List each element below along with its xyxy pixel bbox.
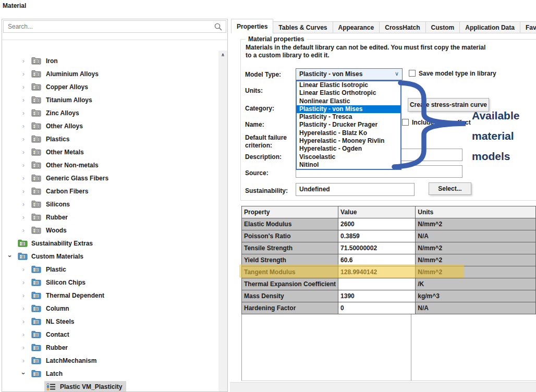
tree-item-latchmechanism[interactable]: ›LatchMechanism: [2, 354, 217, 367]
dropdown-option-nonlinear-elastic[interactable]: Nonlinear Elastic: [297, 97, 400, 105]
edit-notice-line1: Materials in the default library can not…: [246, 44, 506, 51]
chevron-expanded-icon[interactable]: ›: [4, 253, 17, 260]
tab-crosshatch[interactable]: CrossHatch: [380, 21, 425, 33]
chevron-collapsed-icon[interactable]: ›: [20, 132, 27, 145]
value-cell[interactable]: 0: [338, 302, 416, 314]
chevron-collapsed-icon[interactable]: ›: [20, 289, 27, 302]
tab-favorites[interactable]: Favorites: [520, 21, 536, 33]
chevron-collapsed-icon[interactable]: ›: [20, 80, 27, 93]
search-icon[interactable]: [214, 22, 223, 31]
chevron-collapsed-icon[interactable]: ›: [20, 198, 27, 211]
value-cell[interactable]: 0.3859: [338, 230, 416, 242]
chevron-collapsed-icon[interactable]: ›: [20, 276, 27, 289]
chevron-collapsed-icon[interactable]: ›: [20, 67, 27, 80]
dropdown-option-plasticity-tresca[interactable]: Plasticity - Tresca: [297, 113, 400, 121]
chevron-up-icon[interactable]: ∧: [218, 52, 227, 57]
folder-gray-icon: [31, 174, 41, 182]
tab-tables-curves[interactable]: Tables & Curves: [273, 21, 333, 33]
chevron-collapsed-icon[interactable]: ›: [20, 341, 27, 354]
dropdown-option-nitinol[interactable]: Nitinol: [297, 161, 400, 169]
tree-item-plastic-vm-plasticity[interactable]: Plastic VM_Plasticity: [2, 380, 217, 391]
table-row-mass-density: Mass Density1390kg/m^3: [242, 290, 536, 302]
tree-item-rubber[interactable]: ›Rubber: [2, 341, 217, 354]
chevron-collapsed-icon[interactable]: ›: [20, 106, 27, 119]
chevron-collapsed-icon[interactable]: ›: [20, 328, 27, 341]
chevron-collapsed-icon[interactable]: ›: [20, 224, 27, 237]
static-cell: Mass Density: [242, 290, 338, 302]
material-dialog: Material Search... ›Iron›Aluminium Alloy…: [0, 0, 536, 392]
tree-item-generic-glass-fibers[interactable]: ›Generic Glass Fibers: [2, 172, 217, 185]
tree-item-rubber[interactable]: ›Rubber: [2, 211, 217, 224]
tree-item-thermal-dependent[interactable]: ›Thermal Dependent: [2, 289, 217, 302]
chevron-collapsed-icon[interactable]: ›: [20, 54, 27, 67]
tree-item-custom-materials[interactable]: ›Custom Materials: [2, 250, 217, 263]
tab-application-data[interactable]: Application Data: [460, 21, 520, 33]
tree-item-sustainability-extras[interactable]: Sustainability Extras: [2, 237, 217, 250]
tree-item-label: Contact: [46, 331, 69, 338]
dropdown-option-hyperelastic-ogden[interactable]: Hyperelastic - Ogden: [297, 145, 400, 153]
tree-item-label: Plastics: [46, 136, 69, 143]
chevron-collapsed-icon[interactable]: ›: [20, 302, 27, 315]
dropdown-option-hyperelastic-blatz-ko[interactable]: Hyperelastic - Blatz Ko: [297, 129, 400, 137]
tree-item-iron[interactable]: ›Iron: [2, 54, 217, 67]
tab-properties[interactable]: Properties: [231, 19, 273, 33]
dropdown-option-linear-elastic-orthotropic[interactable]: Linear Elastic Orthotropic: [297, 89, 400, 97]
value-cell[interactable]: [338, 278, 416, 290]
tree-item-column[interactable]: ›Column: [2, 302, 217, 315]
tree-item-label: Custom Materials: [31, 253, 83, 260]
tab-strip: PropertiesTables & CurvesAppearanceCross…: [231, 19, 536, 33]
chevron-down-icon[interactable]: ∨: [395, 70, 399, 77]
chevron-collapsed-icon[interactable]: ›: [20, 158, 27, 172]
dropdown-option-hyperelastic-mooney-rivlin[interactable]: Hyperelastic - Mooney Rivlin: [297, 137, 400, 145]
static-cell: Thermal Expansion Coefficient: [242, 278, 338, 290]
tree-item-latch[interactable]: ›Latch: [2, 367, 217, 380]
search-input[interactable]: Search...: [3, 20, 226, 33]
select-sustainability-button[interactable]: Select...: [429, 182, 471, 195]
tree-item-contact[interactable]: ›Contact: [2, 328, 217, 341]
chevron-collapsed-icon[interactable]: ›: [20, 263, 27, 276]
dropdown-option-linear-elastic-isotropic[interactable]: Linear Elastic Isotropic: [297, 81, 400, 89]
folder-gray-icon: [31, 83, 41, 91]
tree-item-label: Titanium Alloys: [46, 96, 92, 104]
tree-item-silicons[interactable]: ›Silicons: [2, 198, 217, 211]
tree-item-titanium-alloys[interactable]: ›Titanium Alloys: [2, 93, 217, 106]
tab-custom[interactable]: Custom: [426, 21, 460, 33]
chevron-collapsed-icon[interactable]: ›: [20, 315, 27, 328]
column-header-units: Units: [416, 206, 536, 218]
chevron-collapsed-icon[interactable]: ›: [20, 172, 27, 185]
value-cell[interactable]: 71.50000002: [338, 242, 416, 254]
tree-item-zinc-alloys[interactable]: ›Zinc Alloys: [2, 106, 217, 119]
folder-blue-icon: [31, 330, 41, 339]
tree-scrollbar[interactable]: ∧: [218, 51, 227, 391]
sustainability-field[interactable]: Undefined: [296, 183, 415, 196]
dropdown-option-viscoelastic[interactable]: Viscoelastic: [297, 153, 400, 161]
value-cell[interactable]: 2600: [338, 218, 416, 230]
tree-item-plastics[interactable]: ›Plastics: [2, 132, 217, 145]
include-creep-checkbox[interactable]: [402, 119, 409, 126]
chevron-collapsed-icon[interactable]: ›: [20, 145, 27, 158]
chevron-collapsed-icon[interactable]: ›: [20, 119, 27, 132]
chevron-collapsed-icon[interactable]: ›: [20, 211, 27, 224]
tree-item-silicon-chips[interactable]: ›Silicon Chips: [2, 276, 217, 289]
tree-item-other-metals[interactable]: ›Other Metals: [2, 145, 217, 158]
dropdown-option-plasticity-drucker-prager[interactable]: Plasticity - Drucker Prager: [297, 121, 400, 129]
tree-item-plastic[interactable]: ›Plastic: [2, 263, 217, 276]
value-cell[interactable]: 1390: [338, 290, 416, 302]
tree-item-aluminium-alloys[interactable]: ›Aluminium Alloys: [2, 67, 217, 80]
folder-gray-icon: [31, 109, 41, 117]
tree-item-copper-alloys[interactable]: ›Copper Alloys: [2, 80, 217, 93]
dropdown-option-plasticity-von-mises[interactable]: Plasticity - von Mises: [297, 105, 400, 113]
chevron-collapsed-icon[interactable]: ›: [20, 93, 27, 106]
tree-item-carbon-fibers[interactable]: ›Carbon Fibers: [2, 185, 217, 198]
tab-appearance[interactable]: Appearance: [333, 21, 380, 33]
chevron-collapsed-icon[interactable]: ›: [20, 354, 27, 367]
chevron-collapsed-icon[interactable]: ›: [20, 185, 27, 198]
model-type-combobox[interactable]: Plasticity - von Mises ∨: [296, 68, 403, 80]
tree-item-woods[interactable]: ›Woods: [2, 224, 217, 237]
chevron-expanded-icon[interactable]: ›: [17, 370, 30, 377]
tree-item-other-alloys[interactable]: ›Other Alloys: [2, 119, 217, 132]
tree-item-other-non-metals[interactable]: ›Other Non-metals: [2, 158, 217, 172]
static-cell: N/A: [416, 302, 536, 314]
save-model-type-checkbox[interactable]: [409, 70, 416, 77]
tree-item-nl-steels[interactable]: ›NL Steels: [2, 315, 217, 328]
